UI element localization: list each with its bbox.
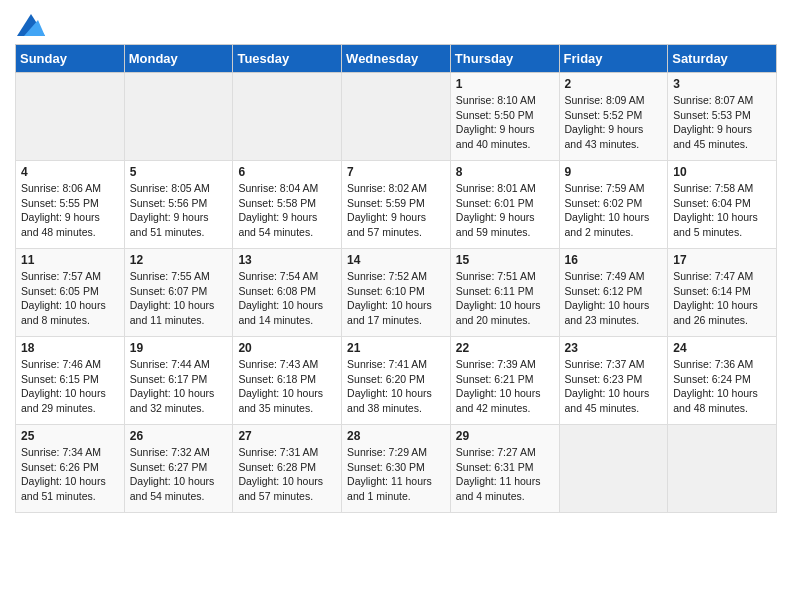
- day-number: 11: [21, 253, 119, 267]
- day-number: 15: [456, 253, 554, 267]
- cell-info: Sunrise: 7:32 AM Sunset: 6:27 PM Dayligh…: [130, 445, 228, 504]
- calendar-table: SundayMondayTuesdayWednesdayThursdayFrid…: [15, 44, 777, 513]
- day-number: 12: [130, 253, 228, 267]
- day-number: 8: [456, 165, 554, 179]
- calendar-cell: 8Sunrise: 8:01 AM Sunset: 6:01 PM Daylig…: [450, 161, 559, 249]
- calendar-cell: 29Sunrise: 7:27 AM Sunset: 6:31 PM Dayli…: [450, 425, 559, 513]
- day-number: 17: [673, 253, 771, 267]
- calendar-cell: 18Sunrise: 7:46 AM Sunset: 6:15 PM Dayli…: [16, 337, 125, 425]
- calendar-cell: [559, 425, 668, 513]
- header: [15, 10, 777, 36]
- cell-info: Sunrise: 7:36 AM Sunset: 6:24 PM Dayligh…: [673, 357, 771, 416]
- calendar-cell: 25Sunrise: 7:34 AM Sunset: 6:26 PM Dayli…: [16, 425, 125, 513]
- calendar-cell: [668, 425, 777, 513]
- calendar-week-row: 18Sunrise: 7:46 AM Sunset: 6:15 PM Dayli…: [16, 337, 777, 425]
- calendar-cell: [16, 73, 125, 161]
- calendar-week-row: 4Sunrise: 8:06 AM Sunset: 5:55 PM Daylig…: [16, 161, 777, 249]
- calendar-cell: [342, 73, 451, 161]
- day-number: 19: [130, 341, 228, 355]
- day-number: 10: [673, 165, 771, 179]
- calendar-cell: 13Sunrise: 7:54 AM Sunset: 6:08 PM Dayli…: [233, 249, 342, 337]
- calendar-cell: [233, 73, 342, 161]
- day-number: 14: [347, 253, 445, 267]
- cell-info: Sunrise: 7:47 AM Sunset: 6:14 PM Dayligh…: [673, 269, 771, 328]
- day-number: 22: [456, 341, 554, 355]
- cell-info: Sunrise: 7:46 AM Sunset: 6:15 PM Dayligh…: [21, 357, 119, 416]
- column-header-tuesday: Tuesday: [233, 45, 342, 73]
- day-number: 6: [238, 165, 336, 179]
- cell-info: Sunrise: 7:44 AM Sunset: 6:17 PM Dayligh…: [130, 357, 228, 416]
- calendar-cell: 10Sunrise: 7:58 AM Sunset: 6:04 PM Dayli…: [668, 161, 777, 249]
- cell-info: Sunrise: 7:52 AM Sunset: 6:10 PM Dayligh…: [347, 269, 445, 328]
- logo: [15, 10, 45, 36]
- calendar-cell: 24Sunrise: 7:36 AM Sunset: 6:24 PM Dayli…: [668, 337, 777, 425]
- calendar-cell: 20Sunrise: 7:43 AM Sunset: 6:18 PM Dayli…: [233, 337, 342, 425]
- cell-info: Sunrise: 8:04 AM Sunset: 5:58 PM Dayligh…: [238, 181, 336, 240]
- cell-info: Sunrise: 7:55 AM Sunset: 6:07 PM Dayligh…: [130, 269, 228, 328]
- cell-info: Sunrise: 8:01 AM Sunset: 6:01 PM Dayligh…: [456, 181, 554, 240]
- cell-info: Sunrise: 8:07 AM Sunset: 5:53 PM Dayligh…: [673, 93, 771, 152]
- cell-info: Sunrise: 8:10 AM Sunset: 5:50 PM Dayligh…: [456, 93, 554, 152]
- day-number: 26: [130, 429, 228, 443]
- day-number: 9: [565, 165, 663, 179]
- cell-info: Sunrise: 7:43 AM Sunset: 6:18 PM Dayligh…: [238, 357, 336, 416]
- calendar-cell: 28Sunrise: 7:29 AM Sunset: 6:30 PM Dayli…: [342, 425, 451, 513]
- calendar-cell: 23Sunrise: 7:37 AM Sunset: 6:23 PM Dayli…: [559, 337, 668, 425]
- calendar-cell: 22Sunrise: 7:39 AM Sunset: 6:21 PM Dayli…: [450, 337, 559, 425]
- day-number: 29: [456, 429, 554, 443]
- cell-info: Sunrise: 8:05 AM Sunset: 5:56 PM Dayligh…: [130, 181, 228, 240]
- calendar-week-row: 1Sunrise: 8:10 AM Sunset: 5:50 PM Daylig…: [16, 73, 777, 161]
- cell-info: Sunrise: 8:06 AM Sunset: 5:55 PM Dayligh…: [21, 181, 119, 240]
- cell-info: Sunrise: 7:49 AM Sunset: 6:12 PM Dayligh…: [565, 269, 663, 328]
- day-number: 2: [565, 77, 663, 91]
- calendar-cell: 15Sunrise: 7:51 AM Sunset: 6:11 PM Dayli…: [450, 249, 559, 337]
- calendar-week-row: 11Sunrise: 7:57 AM Sunset: 6:05 PM Dayli…: [16, 249, 777, 337]
- cell-info: Sunrise: 7:29 AM Sunset: 6:30 PM Dayligh…: [347, 445, 445, 504]
- cell-info: Sunrise: 7:57 AM Sunset: 6:05 PM Dayligh…: [21, 269, 119, 328]
- column-header-monday: Monday: [124, 45, 233, 73]
- calendar-cell: 3Sunrise: 8:07 AM Sunset: 5:53 PM Daylig…: [668, 73, 777, 161]
- column-header-friday: Friday: [559, 45, 668, 73]
- calendar-cell: 19Sunrise: 7:44 AM Sunset: 6:17 PM Dayli…: [124, 337, 233, 425]
- day-number: 25: [21, 429, 119, 443]
- calendar-cell: [124, 73, 233, 161]
- calendar-cell: 12Sunrise: 7:55 AM Sunset: 6:07 PM Dayli…: [124, 249, 233, 337]
- cell-info: Sunrise: 7:41 AM Sunset: 6:20 PM Dayligh…: [347, 357, 445, 416]
- calendar-cell: 2Sunrise: 8:09 AM Sunset: 5:52 PM Daylig…: [559, 73, 668, 161]
- calendar-cell: 9Sunrise: 7:59 AM Sunset: 6:02 PM Daylig…: [559, 161, 668, 249]
- day-number: 7: [347, 165, 445, 179]
- day-number: 3: [673, 77, 771, 91]
- calendar-cell: 17Sunrise: 7:47 AM Sunset: 6:14 PM Dayli…: [668, 249, 777, 337]
- cell-info: Sunrise: 8:09 AM Sunset: 5:52 PM Dayligh…: [565, 93, 663, 152]
- cell-info: Sunrise: 7:39 AM Sunset: 6:21 PM Dayligh…: [456, 357, 554, 416]
- cell-info: Sunrise: 7:27 AM Sunset: 6:31 PM Dayligh…: [456, 445, 554, 504]
- calendar-cell: 1Sunrise: 8:10 AM Sunset: 5:50 PM Daylig…: [450, 73, 559, 161]
- column-header-sunday: Sunday: [16, 45, 125, 73]
- column-header-wednesday: Wednesday: [342, 45, 451, 73]
- calendar-cell: 11Sunrise: 7:57 AM Sunset: 6:05 PM Dayli…: [16, 249, 125, 337]
- day-number: 5: [130, 165, 228, 179]
- cell-info: Sunrise: 8:02 AM Sunset: 5:59 PM Dayligh…: [347, 181, 445, 240]
- calendar-week-row: 25Sunrise: 7:34 AM Sunset: 6:26 PM Dayli…: [16, 425, 777, 513]
- day-number: 27: [238, 429, 336, 443]
- day-number: 20: [238, 341, 336, 355]
- day-number: 28: [347, 429, 445, 443]
- column-header-thursday: Thursday: [450, 45, 559, 73]
- calendar-cell: 21Sunrise: 7:41 AM Sunset: 6:20 PM Dayli…: [342, 337, 451, 425]
- cell-info: Sunrise: 7:37 AM Sunset: 6:23 PM Dayligh…: [565, 357, 663, 416]
- calendar-cell: 27Sunrise: 7:31 AM Sunset: 6:28 PM Dayli…: [233, 425, 342, 513]
- cell-info: Sunrise: 7:51 AM Sunset: 6:11 PM Dayligh…: [456, 269, 554, 328]
- calendar-cell: 5Sunrise: 8:05 AM Sunset: 5:56 PM Daylig…: [124, 161, 233, 249]
- day-number: 1: [456, 77, 554, 91]
- calendar-cell: 4Sunrise: 8:06 AM Sunset: 5:55 PM Daylig…: [16, 161, 125, 249]
- logo-icon: [17, 14, 45, 36]
- day-number: 23: [565, 341, 663, 355]
- day-number: 4: [21, 165, 119, 179]
- calendar-cell: 7Sunrise: 8:02 AM Sunset: 5:59 PM Daylig…: [342, 161, 451, 249]
- cell-info: Sunrise: 7:58 AM Sunset: 6:04 PM Dayligh…: [673, 181, 771, 240]
- cell-info: Sunrise: 7:31 AM Sunset: 6:28 PM Dayligh…: [238, 445, 336, 504]
- day-number: 24: [673, 341, 771, 355]
- column-header-saturday: Saturday: [668, 45, 777, 73]
- cell-info: Sunrise: 7:54 AM Sunset: 6:08 PM Dayligh…: [238, 269, 336, 328]
- day-number: 13: [238, 253, 336, 267]
